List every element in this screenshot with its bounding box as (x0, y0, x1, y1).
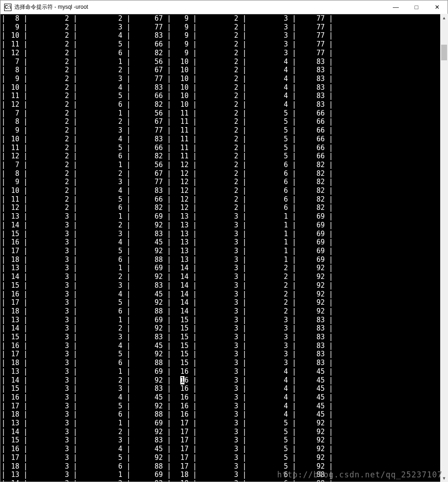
cell: 16 (171, 402, 193, 411)
column-separator: | (167, 419, 171, 428)
vertical-scrollbar[interactable]: ▲ ▼ (440, 14, 448, 482)
cell: 1 (77, 161, 126, 169)
column-separator: | (193, 117, 196, 126)
cell: 14 (5, 479, 23, 482)
column-separator: | (23, 144, 27, 152)
cell: 10 (5, 83, 23, 92)
cell: 2 (196, 186, 242, 195)
column-separator: | (167, 58, 171, 66)
cell: 3 (196, 462, 242, 471)
cell: 3 (246, 49, 292, 58)
cell: 9 (171, 23, 193, 32)
column-separator: | (193, 436, 196, 445)
column-separator: | (329, 470, 333, 479)
column-separator: | (126, 402, 130, 411)
cell: 4 (246, 100, 292, 109)
cell: 4 (77, 290, 126, 299)
cell: 12 (171, 178, 193, 186)
column-separator: | (167, 117, 171, 126)
column-separator: | (1, 462, 5, 471)
column-separator: | (73, 367, 77, 376)
scroll-up-arrow-icon[interactable]: ▲ (440, 14, 448, 22)
column-separator: | (126, 40, 130, 49)
titlebar[interactable]: C:\ 选择命令提示符 - mysql -uroot — □ ✕ (0, 0, 448, 14)
column-separator: | (167, 247, 171, 256)
column-separator: | (126, 367, 130, 376)
column-separator: | (242, 144, 246, 152)
column-separator: | (1, 117, 5, 126)
column-separator: | (167, 83, 171, 92)
scroll-down-arrow-icon[interactable]: ▼ (440, 474, 448, 482)
column-separator: | (292, 238, 296, 247)
cell: 15 (171, 359, 193, 367)
cell: 77 (130, 23, 167, 32)
column-separator: | (167, 49, 171, 58)
column-separator: | (167, 92, 171, 100)
cell: 2 (27, 169, 73, 178)
minimize-button[interactable]: — (385, 0, 406, 14)
cell: 92 (130, 273, 167, 281)
column-separator: | (242, 169, 246, 178)
cell: 1 (77, 367, 126, 376)
column-separator: | (167, 144, 171, 152)
cell: 69 (296, 212, 329, 221)
cell: 3 (246, 14, 292, 23)
table-row: |12 |2 |6 |82 |11 |2 |5 |66 | (1, 152, 448, 161)
cell: 2 (246, 307, 292, 316)
cell: 4 (246, 367, 292, 376)
cell: 3 (27, 256, 73, 264)
cell: 88 (130, 410, 167, 419)
cell: 82 (296, 186, 329, 195)
column-separator: | (1, 212, 5, 221)
cell: 13 (171, 212, 193, 221)
cell: 1 (77, 470, 126, 479)
scrollbar-track[interactable] (440, 22, 448, 474)
cell: 12 (171, 161, 193, 169)
column-separator: | (329, 100, 333, 109)
table-row: |14 |3 |2 |92 |14 |3 |2 |92 | (1, 273, 448, 281)
column-separator: | (193, 445, 196, 453)
column-separator: | (292, 195, 296, 204)
column-separator: | (1, 31, 5, 40)
close-button[interactable]: ✕ (427, 0, 448, 14)
console-area[interactable]: |8 |2 |2 |67 |9 |2 |3 |77 ||9 |2 |3 |77 … (0, 14, 448, 482)
column-separator: | (167, 384, 171, 393)
column-separator: | (1, 178, 5, 186)
column-separator: | (126, 92, 130, 100)
console-text[interactable]: |8 |2 |2 |67 |9 |2 |3 |77 ||9 |2 |3 |77 … (1, 14, 448, 482)
cell: 83 (296, 342, 329, 350)
column-separator: | (193, 144, 196, 152)
cell: 92 (296, 281, 329, 290)
cell: 3 (27, 436, 73, 445)
cell: 77 (296, 49, 329, 58)
column-separator: | (1, 290, 5, 299)
scrollbar-thumb[interactable] (441, 45, 447, 60)
column-separator: | (126, 186, 130, 195)
cell: 15 (5, 281, 23, 290)
column-separator: | (73, 195, 77, 204)
column-separator: | (193, 384, 196, 393)
column-separator: | (292, 342, 296, 350)
column-separator: | (126, 256, 130, 264)
table-row: |8 |2 |2 |67 |11 |2 |5 |66 | (1, 117, 448, 126)
column-separator: | (167, 40, 171, 49)
column-separator: | (329, 324, 333, 333)
column-separator: | (329, 92, 333, 100)
column-separator: | (292, 144, 296, 152)
cell: 6 (246, 161, 292, 169)
cell: 45 (296, 367, 329, 376)
column-separator: | (126, 479, 130, 482)
table-row: |9 |2 |3 |77 |10 |2 |4 |83 | (1, 75, 448, 83)
cell: 14 (5, 221, 23, 230)
column-separator: | (292, 324, 296, 333)
column-separator: | (73, 92, 77, 100)
column-separator: | (1, 384, 5, 393)
column-separator: | (73, 402, 77, 411)
cell: 15 (171, 324, 193, 333)
cell: 6 (77, 359, 126, 367)
column-separator: | (126, 307, 130, 316)
column-separator: | (167, 126, 171, 135)
maximize-button[interactable]: □ (406, 0, 427, 14)
column-separator: | (167, 109, 171, 118)
table-row: |12 |2 |6 |82 |9 |2 |3 |77 | (1, 49, 448, 58)
